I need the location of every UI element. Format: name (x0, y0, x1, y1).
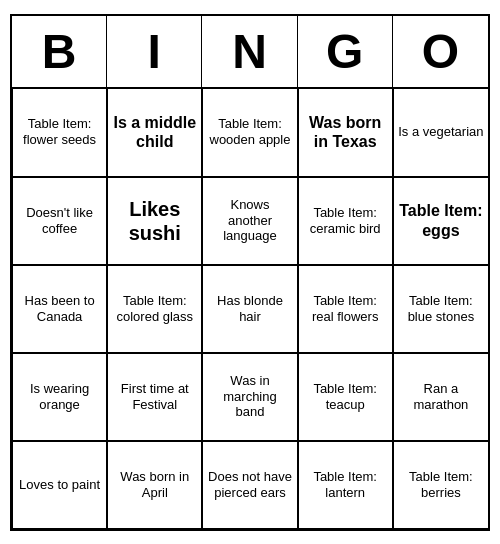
bingo-cell-14: Table Item: blue stones (393, 265, 488, 353)
bingo-cell-21: Was born in April (107, 441, 202, 529)
bingo-cell-20: Loves to paint (12, 441, 107, 529)
bingo-cell-6: Likes sushi (107, 177, 202, 265)
bingo-card: BINGO Table Item: flower seedsIs a middl… (10, 14, 490, 531)
bingo-cell-1: Is a middle child (107, 89, 202, 177)
bingo-cell-4: Is a vegetarian (393, 89, 488, 177)
bingo-cell-23: Table Item: lantern (298, 441, 393, 529)
bingo-cell-17: Was in marching band (202, 353, 297, 441)
bingo-letter-b: B (12, 16, 107, 87)
bingo-cell-5: Doesn't like coffee (12, 177, 107, 265)
bingo-grid: Table Item: flower seedsIs a middle chil… (12, 89, 488, 529)
bingo-cell-8: Table Item: ceramic bird (298, 177, 393, 265)
bingo-cell-3: Was born in Texas (298, 89, 393, 177)
bingo-cell-7: Knows another language (202, 177, 297, 265)
bingo-cell-16: First time at Festival (107, 353, 202, 441)
bingo-letter-g: G (298, 16, 393, 87)
bingo-letter-i: I (107, 16, 202, 87)
bingo-cell-11: Table Item: colored glass (107, 265, 202, 353)
bingo-cell-0: Table Item: flower seeds (12, 89, 107, 177)
bingo-cell-10: Has been to Canada (12, 265, 107, 353)
bingo-letter-o: O (393, 16, 488, 87)
bingo-cell-15: Is wearing orange (12, 353, 107, 441)
bingo-cell-9: Table Item: eggs (393, 177, 488, 265)
bingo-letter-n: N (202, 16, 297, 87)
bingo-cell-2: Table Item: wooden apple (202, 89, 297, 177)
bingo-cell-12: Has blonde hair (202, 265, 297, 353)
bingo-cell-13: Table Item: real flowers (298, 265, 393, 353)
bingo-cell-24: Table Item: berries (393, 441, 488, 529)
bingo-cell-19: Ran a marathon (393, 353, 488, 441)
bingo-header: BINGO (12, 16, 488, 89)
bingo-cell-18: Table Item: teacup (298, 353, 393, 441)
bingo-cell-22: Does not have pierced ears (202, 441, 297, 529)
